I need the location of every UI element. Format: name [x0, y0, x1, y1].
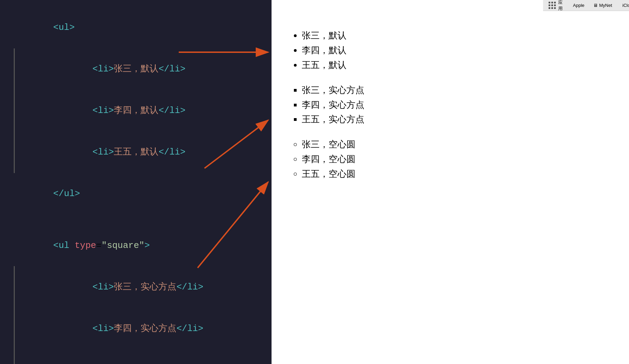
- icloud-menu[interactable]: iCloud: [620, 3, 629, 8]
- mynet-icon: 🖥: [593, 3, 598, 8]
- disc-item-2: 李四，默认: [302, 43, 608, 58]
- code-block-square: <ul type="square"> <li>张三，实心方点</li> <li>…: [10, 225, 261, 364]
- preview-square-list: 张三，实心方点 李四，实心方点 王五，实心方点: [292, 83, 608, 127]
- preview-circle-section: 张三，空心圆 李四，空心圆 王五，空心圆: [292, 137, 608, 181]
- code-panel: <ul> <li>张三，默认</li> <li>李四，默认</li> <li>王…: [0, 0, 272, 364]
- icloud-label: iCloud: [622, 3, 629, 8]
- ul-square-open: <ul type="square">: [10, 225, 261, 266]
- ul-close-tag: </ul>: [10, 173, 261, 215]
- disc-item-1: 张三，默认: [302, 28, 608, 43]
- square-item-3: 王五，实心方点: [302, 112, 608, 127]
- apps-menu[interactable]: 应用: [547, 0, 564, 12]
- apps-label: 应用: [558, 0, 563, 12]
- li-line-2: <li>李四，默认</li>: [18, 90, 261, 132]
- preview-panel: 应用 Apple 🖥 MyNet iCloud 🅦 新浪网 🐾 百度: [272, 0, 629, 364]
- preview-circle-list: 张三，空心圆 李四，空心圆 王五，空心圆: [292, 137, 608, 181]
- li-line-1: <li>张三，默认</li>: [18, 48, 261, 90]
- ul-open-tag: <ul>: [10, 7, 261, 48]
- preview-content: 张三，默认 李四，默认 王五，默认 张三，实心方点 李四，实心方点 王五，实心方…: [292, 28, 608, 181]
- li-square-2: <li>李四，实心方点</li>: [18, 308, 261, 349]
- li-line-3: <li>王五，默认</li>: [18, 132, 261, 173]
- square-item-2: 李四，实心方点: [302, 98, 608, 112]
- circle-item-2: 李四，空心圆: [302, 152, 608, 167]
- apple-label: Apple: [573, 3, 584, 8]
- li-square-3: <li>王五，实心方点</li>: [18, 349, 261, 364]
- mynet-menu[interactable]: 🖥 MyNet: [592, 3, 614, 8]
- circle-item-1: 张三，空心圆: [302, 137, 608, 152]
- preview-square-section: 张三，实心方点 李四，实心方点 王五，实心方点: [292, 83, 608, 127]
- apple-menu[interactable]: Apple: [570, 3, 586, 8]
- preview-disc-section: 张三，默认 李四，默认 王五，默认: [292, 28, 608, 72]
- topbar: 应用 Apple 🖥 MyNet iCloud 🅦 新浪网 🐾 百度: [543, 0, 629, 11]
- circle-item-3: 王五，空心圆: [302, 167, 608, 181]
- grid-icon: [549, 2, 556, 9]
- mynet-label: MyNet: [599, 3, 612, 8]
- li-square-1: <li>张三，实心方点</li>: [18, 266, 261, 308]
- preview-disc-list: 张三，默认 李四，默认 王五，默认: [292, 28, 608, 72]
- disc-item-3: 王五，默认: [302, 58, 608, 72]
- code-block-default: <ul> <li>张三，默认</li> <li>李四，默认</li> <li>王…: [10, 7, 261, 214]
- square-item-1: 张三，实心方点: [302, 83, 608, 98]
